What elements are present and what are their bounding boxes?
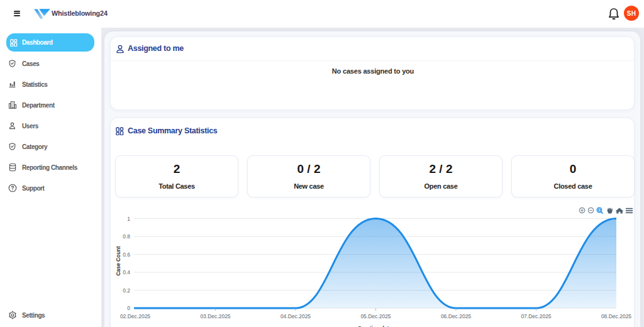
svg-text:08.Dec.2025: 08.Dec.2025 <box>601 313 631 319</box>
svg-text:06.Dec.2025: 06.Dec.2025 <box>441 313 471 319</box>
svg-text:0.4: 0.4 <box>123 269 130 275</box>
svg-text:0.6: 0.6 <box>123 252 130 258</box>
svg-text:1: 1 <box>127 216 130 222</box>
svg-text:05.Dec.2025: 05.Dec.2025 <box>360 313 391 319</box>
svg-text:02.Dec.2025: 02.Dec.2025 <box>120 313 150 319</box>
svg-text:04.Dec.2025: 04.Dec.2025 <box>280 313 311 319</box>
svg-text:0: 0 <box>127 305 130 311</box>
svg-text:0.8: 0.8 <box>123 233 130 240</box>
svg-text:03.Dec.2025: 03.Dec.2025 <box>200 313 230 319</box>
svg-text:07.Dec.2025: 07.Dec.2025 <box>521 313 551 319</box>
svg-text:Case Count: Case Count <box>115 246 121 275</box>
svg-text:0.2: 0.2 <box>123 287 130 294</box>
